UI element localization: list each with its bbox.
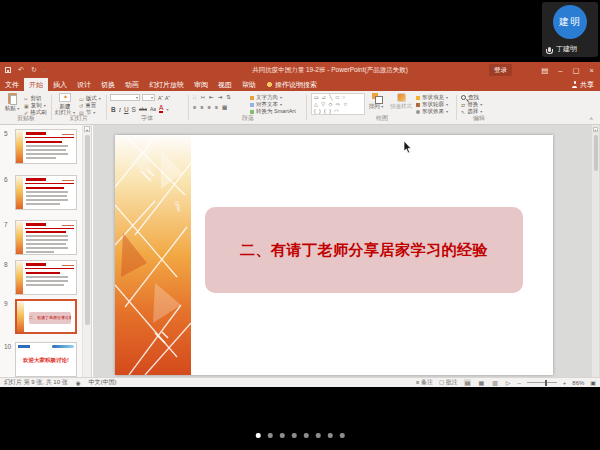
change-case-button[interactable]: Aa <box>150 106 156 112</box>
pagination-dot[interactable] <box>340 433 345 438</box>
pagination-dot[interactable] <box>304 433 309 438</box>
zoom-out-button[interactable]: – <box>517 380 520 386</box>
participant-tile[interactable]: 建明 丁建明 <box>542 2 598 57</box>
thumbnail-deco-strip <box>16 176 23 209</box>
tab-design[interactable]: 设计 <box>72 78 96 91</box>
indent-increase-icon[interactable]: ⇥ <box>218 94 223 100</box>
thumbnail-image[interactable]: 二、有请丁老师分享居家学习的经验 <box>15 299 77 334</box>
pagination-dot[interactable] <box>328 433 333 438</box>
zoom-slider[interactable] <box>527 382 557 383</box>
reset-button[interactable]: ↺ 重置 <box>79 102 96 109</box>
font-size-select[interactable]: ▾ <box>142 94 155 101</box>
tab-slideshow[interactable]: 幻灯片放映 <box>144 78 189 91</box>
shadow-button[interactable]: S <box>132 106 136 113</box>
justify-icon[interactable]: ≡ <box>215 104 218 110</box>
reading-view-button[interactable]: ▥ <box>491 379 499 386</box>
italic-button[interactable]: I <box>119 106 121 113</box>
normal-view-button[interactable]: ▤ <box>464 379 472 386</box>
quick-styles-button[interactable]: 快速样式 <box>388 93 414 109</box>
collapse-ribbon-icon[interactable]: ˄ <box>589 116 593 122</box>
zoom-in-button[interactable]: + <box>563 380 567 386</box>
slideshow-button[interactable]: ▷ <box>505 379 512 386</box>
thumbnail-image[interactable] <box>15 129 77 164</box>
pagination-dot[interactable] <box>316 433 321 438</box>
ribbon-display-options-icon[interactable]: ▤ <box>541 66 548 75</box>
font-size-buttons[interactable]: Aˆ Aˇ <box>158 95 170 101</box>
close-icon[interactable]: × <box>590 66 594 75</box>
scroll-up-icon[interactable]: ▴ <box>593 127 598 132</box>
comments-button[interactable]: ▢ 批注 <box>439 378 458 387</box>
maximize-icon[interactable]: ▢ <box>573 66 580 75</box>
slide-canvas[interactable]: 1896 二、有请丁老师分享居家学习的经验 ▴ <box>93 125 600 377</box>
tab-insert[interactable]: 插入 <box>48 78 72 91</box>
undo-icon[interactable]: ↶ <box>18 66 24 74</box>
pagination-dot[interactable] <box>268 433 273 438</box>
tab-home[interactable]: 开始 <box>24 78 48 91</box>
replace-button[interactable]: ⇄ 替换▾ <box>461 101 482 108</box>
align-left-icon[interactable]: ≡ <box>193 104 196 110</box>
current-slide[interactable]: 1896 二、有请丁老师分享居家学习的经验 <box>115 135 553 375</box>
tab-file[interactable]: 文件 <box>0 78 24 91</box>
shapes-gallery[interactable]: ▭ ▱ ╲ □ ○ △ ▽ ◇ ⇨ ☆ ( ) { } ◠ <box>311 93 365 115</box>
shape-outline-button[interactable]: 形状轮廓▾ <box>416 101 448 108</box>
notes-icon: ≡ <box>416 379 419 385</box>
cut-button[interactable]: ✂ 剪切 <box>24 95 41 102</box>
find-button[interactable]: 查找 <box>461 94 479 101</box>
slide-sorter-view-button[interactable]: ▦ <box>477 379 485 386</box>
pagination-dot[interactable] <box>280 433 285 438</box>
font-color-button[interactable]: A <box>159 105 163 113</box>
tab-help[interactable]: 帮助 <box>237 78 261 91</box>
tab-review[interactable]: 审阅 <box>189 78 213 91</box>
line-spacing-icon[interactable]: ⇅ <box>226 94 231 100</box>
pagination-dot[interactable] <box>256 433 261 438</box>
scrollbar-thumb[interactable] <box>85 135 90 325</box>
layout-button[interactable]: ▭ 版式▾ <box>79 95 101 102</box>
slide-decoration-image[interactable]: 1896 <box>115 135 191 375</box>
shape-fill-button[interactable]: 形状填充▾ <box>416 94 448 101</box>
save-icon[interactable] <box>5 67 11 73</box>
copy-button[interactable]: ▣ 复制▾ <box>24 102 46 109</box>
tab-animations[interactable]: 动画 <box>120 78 144 91</box>
text-direction-button[interactable]: 文字方向▾ <box>250 94 282 101</box>
underline-button[interactable]: U <box>124 106 129 113</box>
thumbnail-rule <box>25 268 74 269</box>
language-label[interactable]: 中文(中国) <box>89 378 117 387</box>
arrange-button[interactable]: 排列 ▾ <box>366 93 386 110</box>
numbering-icon[interactable]: ∺ <box>201 94 206 100</box>
scroll-up-icon[interactable]: ▴ <box>84 126 90 132</box>
tell-me-search[interactable]: 操作说明搜索 <box>261 78 323 91</box>
customize-qat-caret-icon[interactable]: ▾ <box>44 68 46 73</box>
pagination-dot[interactable] <box>292 433 297 438</box>
share-button[interactable]: 共享 <box>572 78 594 91</box>
slide-title-box[interactable]: 二、有请丁老师分享居家学习的经验 <box>205 207 523 293</box>
paste-button[interactable]: 粘贴 ▾ <box>2 93 22 112</box>
new-slide-button[interactable]: 新建 幻灯片 ▾ <box>54 93 76 116</box>
thumbnail-image[interactable] <box>15 175 77 210</box>
thumbnail-image[interactable] <box>15 260 77 295</box>
indent-decrease-icon[interactable]: ⇤ <box>209 94 214 100</box>
align-text-button[interactable]: 对齐文本▾ <box>250 101 282 108</box>
thumbnail-image[interactable]: 欢迎大家积极讨论! <box>15 342 77 377</box>
font-name-select[interactable]: ▾ <box>110 94 140 101</box>
zoom-slider-thumb[interactable] <box>545 380 547 386</box>
redo-icon[interactable]: ↻ <box>31 66 37 74</box>
fit-slide-button[interactable]: ▣ <box>590 379 596 386</box>
accessibility-icon[interactable]: ◉ <box>76 380 81 386</box>
notes-button[interactable]: ≡ 备注 <box>416 378 433 387</box>
columns-icon[interactable]: ▦ <box>222 104 227 110</box>
zoom-level[interactable]: 86% <box>572 380 584 386</box>
bold-button[interactable]: B <box>111 106 116 113</box>
thumbnail-text-line <box>26 247 68 249</box>
bullets-icon[interactable]: ∷ <box>193 94 197 100</box>
tab-transitions[interactable]: 切换 <box>96 78 120 91</box>
sign-in-button[interactable]: 登录 <box>489 64 512 76</box>
thumbnail-scrollbar[interactable]: ▴ <box>82 125 91 377</box>
minimize-icon[interactable]: – <box>558 66 562 75</box>
canvas-scrollbar[interactable]: ▴ <box>591 125 599 377</box>
thumbnail-image[interactable] <box>15 220 77 255</box>
tab-view[interactable]: 视图 <box>213 78 237 91</box>
align-center-icon[interactable]: ≡ <box>200 104 203 110</box>
strikethrough-button[interactable]: abc <box>139 106 147 112</box>
scrollbar-thumb[interactable] <box>594 135 598 171</box>
align-right-icon[interactable]: ≡ <box>207 104 210 110</box>
